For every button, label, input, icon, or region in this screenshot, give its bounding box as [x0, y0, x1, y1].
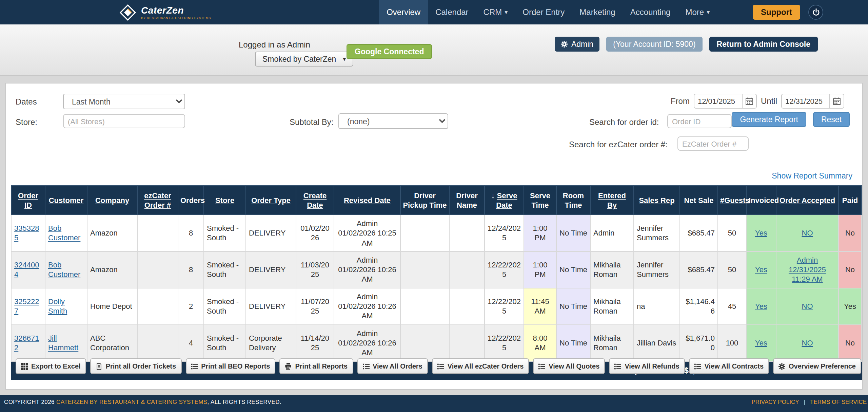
- button-label: Overview Preference: [789, 362, 856, 370]
- cell-order-id: 3266712: [11, 324, 45, 361]
- cell-serve-date: 12/22/2025: [485, 288, 524, 325]
- button-label: View All Quotes: [549, 362, 599, 370]
- order-accepted-link[interactable]: NO: [802, 302, 813, 310]
- logout-power-button[interactable]: [808, 5, 823, 20]
- terms-of-service-link[interactable]: TERMS OF SERVICE: [810, 398, 867, 405]
- support-button[interactable]: Support: [753, 5, 800, 20]
- column-header-label: Serve Date: [496, 191, 517, 209]
- invoiced-link[interactable]: Yes: [755, 265, 767, 274]
- nav-item-more[interactable]: More▾: [678, 0, 717, 24]
- caterzen-footer-link[interactable]: CATERZEN BY RESTAURANT & CATERING SYSTEM…: [56, 398, 208, 405]
- until-date-group: [781, 94, 844, 109]
- column-header-guests[interactable]: #Guests: [718, 186, 746, 215]
- order-id-link[interactable]: 3353285: [14, 224, 39, 242]
- invoiced-link[interactable]: Yes: [755, 339, 767, 347]
- column-header-company[interactable]: Company: [87, 186, 137, 215]
- column-header-label: Customer: [49, 196, 84, 204]
- cell-create-date: 11/03/2025: [296, 251, 334, 288]
- until-date-input[interactable]: [781, 94, 830, 109]
- nav-right: Support: [753, 0, 823, 24]
- privacy-policy-link[interactable]: PRIVACY POLICY: [752, 398, 799, 405]
- view-all-contracts-button[interactable]: View All Contracts: [689, 358, 769, 374]
- column-header-customer[interactable]: Customer: [45, 186, 87, 215]
- caret-down-icon: ▾: [707, 9, 710, 15]
- return-admin-console-button[interactable]: Return to Admin Console: [709, 37, 818, 52]
- nav-item-marketing[interactable]: Marketing: [572, 0, 623, 24]
- order-accepted-link[interactable]: NO: [802, 229, 813, 237]
- order-id-link[interactable]: 3244004: [14, 261, 39, 279]
- nav-item-calendar[interactable]: Calendar: [428, 0, 476, 24]
- table-row: 3252227Dolly SmithHome Depot2Smoked - So…: [11, 288, 862, 325]
- order-id-link[interactable]: 3266712: [14, 334, 39, 352]
- view-all-refunds-button[interactable]: View All Refunds: [609, 358, 685, 374]
- column-header-order-accepted[interactable]: Order Accepted: [776, 186, 839, 215]
- customer-link[interactable]: Bob Customer: [48, 224, 80, 242]
- column-header-create-date[interactable]: Create Date: [296, 186, 334, 215]
- caterzen-logo[interactable]: CaterZen by Restaurant & Catering System…: [119, 0, 211, 24]
- column-header-label: Driver Name: [456, 191, 478, 209]
- admin-button[interactable]: Admin: [555, 37, 599, 52]
- column-header-label: Store: [215, 196, 234, 204]
- generate-report-button[interactable]: Generate Report: [732, 112, 806, 127]
- overview-preference-button[interactable]: Overview Preference: [773, 358, 861, 374]
- export-to-excel-button[interactable]: Export to Excel: [16, 358, 86, 374]
- print-all-beo-reports-button[interactable]: Print all BEO Reports: [185, 358, 275, 374]
- column-header-label: ezCater Order #: [144, 191, 171, 209]
- column-header-entered-by[interactable]: Entered By: [590, 186, 634, 215]
- nav-item-order-entry[interactable]: Order Entry: [515, 0, 572, 24]
- cell-net-sale: $1,146.46: [680, 288, 718, 325]
- order-id-search-input[interactable]: [667, 114, 732, 128]
- column-header-ezcater-order[interactable]: ezCater Order #: [137, 186, 178, 215]
- report-panel: Dates Last Month Store: Subtotal By: (no…: [5, 83, 863, 390]
- from-date-input[interactable]: [694, 94, 743, 109]
- nav-item-crm[interactable]: CRM▾: [476, 0, 515, 24]
- cell-invoiced: Yes: [746, 324, 776, 361]
- ezcater-search-input[interactable]: [677, 136, 749, 151]
- account-id-button[interactable]: (Your Account ID: 5900): [606, 37, 702, 52]
- column-header-store[interactable]: Store: [204, 186, 246, 215]
- show-report-summary-link[interactable]: Show Report Summary: [772, 172, 852, 180]
- cell-entered-by: Mikhaila Roman: [590, 324, 634, 361]
- copyright-prefix: COPYRIGHT 2026: [4, 398, 56, 405]
- column-header-revised-date[interactable]: Revised Date: [334, 186, 400, 215]
- from-calendar-button[interactable]: [743, 94, 757, 109]
- customer-link[interactable]: Dolly Smith: [48, 297, 67, 315]
- cell-create-date: 01/02/2026: [296, 215, 334, 251]
- subtotal-select[interactable]: (none): [338, 113, 448, 129]
- cell-sales-rep: Jillian Davis: [634, 324, 680, 361]
- store-selector-dropdown[interactable]: Smoked by CaterZen ▾: [255, 52, 353, 67]
- column-header-order-type[interactable]: Order Type: [246, 186, 296, 215]
- print-all-order-tickets-button[interactable]: Print all Order Tickets: [90, 358, 182, 374]
- customer-link[interactable]: Jill Hammett: [48, 334, 78, 352]
- column-header-sales-rep[interactable]: Sales Rep: [634, 186, 680, 215]
- order-id-link[interactable]: 3252227: [14, 297, 39, 315]
- reset-button[interactable]: Reset: [813, 112, 850, 127]
- invoiced-link[interactable]: Yes: [755, 302, 767, 310]
- column-header-serve-date[interactable]: ↓Serve Date: [485, 186, 524, 215]
- column-header-invoiced: Invoiced: [746, 186, 776, 215]
- store-selector-label: Smoked by CaterZen: [262, 55, 336, 63]
- cell-paid: No: [839, 251, 862, 288]
- button-label: Print all BEO Reports: [201, 362, 270, 370]
- customer-link[interactable]: Bob Customer: [48, 261, 80, 279]
- view-all-ezcater-orders-button[interactable]: View All ezCater Orders: [432, 358, 529, 374]
- google-connected-button[interactable]: Google Connected: [347, 44, 432, 59]
- nav-item-overview[interactable]: Overview: [379, 0, 428, 24]
- cell-create-date: 11/14/2025: [296, 324, 334, 361]
- until-calendar-button[interactable]: [830, 94, 844, 109]
- dates-select[interactable]: Last Month: [63, 94, 185, 109]
- print-all-reports-button[interactable]: Print all Reports: [280, 358, 353, 374]
- view-all-orders-button[interactable]: View All Orders: [357, 358, 428, 374]
- invoiced-link[interactable]: Yes: [755, 229, 767, 237]
- order-accepted-link[interactable]: Admin 12/31/2025 11:29 AM: [789, 256, 826, 283]
- cell-create-date: 11/07/2025: [296, 288, 334, 325]
- view-all-quotes-button[interactable]: View All Quotes: [533, 358, 605, 374]
- ticket-icon: [96, 363, 102, 370]
- store-input[interactable]: [63, 114, 185, 128]
- nav-item-accounting[interactable]: Accounting: [623, 0, 678, 24]
- order-accepted-link[interactable]: NO: [802, 339, 813, 347]
- cell-room-time: No Time: [556, 324, 590, 361]
- button-label: Export to Excel: [31, 362, 81, 370]
- cell-store: Smoked - South: [204, 251, 246, 288]
- column-header-order-id[interactable]: Order ID: [11, 186, 45, 215]
